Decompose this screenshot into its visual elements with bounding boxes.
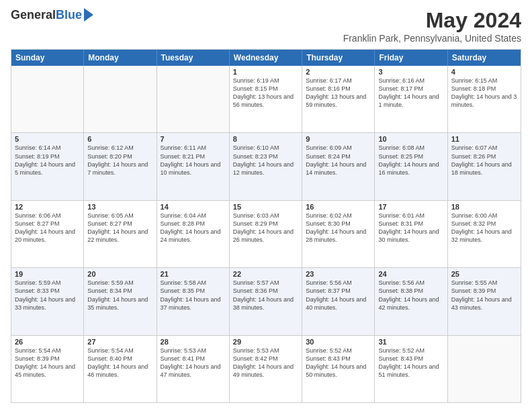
- calendar-cell-2: 2Sunrise: 6:17 AM Sunset: 8:16 PM Daylig…: [302, 66, 375, 132]
- logo-blue-text: Blue: [56, 8, 82, 22]
- calendar-cell-4: 4Sunrise: 6:15 AM Sunset: 8:18 PM Daylig…: [448, 66, 521, 132]
- calendar-cell-16: 16Sunrise: 6:02 AM Sunset: 8:30 PM Dayli…: [302, 201, 375, 267]
- cell-date: 20: [87, 270, 152, 278]
- calendar-cell-11: 11Sunrise: 6:07 AM Sunset: 8:26 PM Dayli…: [448, 133, 521, 199]
- calendar-cell-23: 23Sunrise: 5:56 AM Sunset: 8:37 PM Dayli…: [302, 268, 375, 334]
- day-headers: SundayMondayTuesdayWednesdayThursdayFrid…: [11, 50, 521, 66]
- cell-info: Sunrise: 6:10 AM Sunset: 8:23 PM Dayligh…: [233, 144, 298, 177]
- day-header-monday: Monday: [84, 50, 157, 66]
- month-title: May 2024: [343, 8, 521, 33]
- calendar-cell-empty-6: [448, 336, 521, 402]
- cell-date: 10: [378, 135, 443, 143]
- cell-info: Sunrise: 6:16 AM Sunset: 8:17 PM Dayligh…: [378, 77, 443, 109]
- cell-info: Sunrise: 5:53 AM Sunset: 8:42 PM Dayligh…: [233, 347, 298, 379]
- calendar-cell-14: 14Sunrise: 6:04 AM Sunset: 8:28 PM Dayli…: [157, 201, 230, 267]
- cell-info: Sunrise: 5:54 AM Sunset: 8:40 PM Dayligh…: [87, 347, 152, 379]
- calendar-cell-empty-2: [157, 66, 230, 132]
- calendar-cell-18: 18Sunrise: 6:00 AM Sunset: 8:32 PM Dayli…: [448, 201, 521, 267]
- calendar-row-3: 19Sunrise: 5:59 AM Sunset: 8:33 PM Dayli…: [11, 268, 521, 335]
- calendar-cell-empty-1: [84, 66, 157, 132]
- cell-info: Sunrise: 5:57 AM Sunset: 8:36 PM Dayligh…: [233, 279, 298, 312]
- calendar-cell-8: 8Sunrise: 6:10 AM Sunset: 8:23 PM Daylig…: [230, 133, 302, 199]
- calendar-cell-15: 15Sunrise: 6:03 AM Sunset: 8:29 PM Dayli…: [230, 201, 302, 267]
- calendar-cell-26: 26Sunrise: 5:54 AM Sunset: 8:39 PM Dayli…: [11, 336, 84, 402]
- cell-info: Sunrise: 6:03 AM Sunset: 8:29 PM Dayligh…: [233, 212, 298, 244]
- location: Franklin Park, Pennsylvania, United Stat…: [343, 33, 521, 44]
- calendar-cell-31: 31Sunrise: 5:52 AM Sunset: 8:43 PM Dayli…: [375, 336, 447, 402]
- cell-info: Sunrise: 5:53 AM Sunset: 8:41 PM Dayligh…: [161, 347, 226, 379]
- calendar-cell-10: 10Sunrise: 6:08 AM Sunset: 8:25 PM Dayli…: [375, 133, 447, 199]
- calendar: SundayMondayTuesdayWednesdayThursdayFrid…: [11, 49, 521, 403]
- day-header-sunday: Sunday: [11, 50, 84, 66]
- cell-date: 21: [161, 270, 226, 278]
- cell-info: Sunrise: 6:11 AM Sunset: 8:21 PM Dayligh…: [161, 144, 226, 177]
- cell-info: Sunrise: 6:00 AM Sunset: 8:32 PM Dayligh…: [451, 212, 517, 244]
- calendar-cell-6: 6Sunrise: 6:12 AM Sunset: 8:20 PM Daylig…: [84, 133, 157, 199]
- logo: General Blue: [11, 8, 93, 22]
- calendar-cell-29: 29Sunrise: 5:53 AM Sunset: 8:42 PM Dayli…: [230, 336, 302, 402]
- cell-info: Sunrise: 5:59 AM Sunset: 8:34 PM Dayligh…: [87, 279, 152, 312]
- header: General Blue May 2024 Franklin Park, Pen…: [11, 8, 521, 44]
- calendar-cell-12: 12Sunrise: 6:06 AM Sunset: 8:27 PM Dayli…: [11, 201, 84, 267]
- cell-info: Sunrise: 5:59 AM Sunset: 8:33 PM Dayligh…: [15, 279, 80, 312]
- cell-info: Sunrise: 5:52 AM Sunset: 8:43 PM Dayligh…: [306, 347, 371, 379]
- calendar-cell-30: 30Sunrise: 5:52 AM Sunset: 8:43 PM Dayli…: [302, 336, 375, 402]
- calendar-row-0: 1Sunrise: 6:19 AM Sunset: 8:15 PM Daylig…: [11, 66, 521, 133]
- calendar-cell-1: 1Sunrise: 6:19 AM Sunset: 8:15 PM Daylig…: [230, 66, 302, 132]
- cell-info: Sunrise: 6:17 AM Sunset: 8:16 PM Dayligh…: [306, 77, 371, 109]
- cell-info: Sunrise: 6:14 AM Sunset: 8:19 PM Dayligh…: [15, 144, 80, 177]
- calendar-cell-9: 9Sunrise: 6:09 AM Sunset: 8:24 PM Daylig…: [302, 133, 375, 199]
- calendar-cell-17: 17Sunrise: 6:01 AM Sunset: 8:31 PM Dayli…: [375, 201, 447, 267]
- cell-date: 29: [233, 338, 298, 346]
- calendar-cell-13: 13Sunrise: 6:05 AM Sunset: 8:27 PM Dayli…: [84, 201, 157, 267]
- cell-date: 17: [378, 203, 443, 211]
- cell-info: Sunrise: 6:04 AM Sunset: 8:28 PM Dayligh…: [161, 212, 226, 244]
- cell-date: 23: [306, 270, 371, 278]
- cell-date: 31: [378, 338, 443, 346]
- cell-info: Sunrise: 6:05 AM Sunset: 8:27 PM Dayligh…: [87, 212, 152, 244]
- cell-date: 9: [306, 135, 371, 143]
- cell-date: 19: [15, 270, 80, 278]
- cell-info: Sunrise: 6:01 AM Sunset: 8:31 PM Dayligh…: [378, 212, 443, 244]
- calendar-cell-5: 5Sunrise: 6:14 AM Sunset: 8:19 PM Daylig…: [11, 133, 84, 199]
- cell-info: Sunrise: 5:55 AM Sunset: 8:39 PM Dayligh…: [451, 279, 517, 312]
- cell-date: 30: [306, 338, 371, 346]
- day-header-wednesday: Wednesday: [230, 50, 302, 66]
- cell-date: 11: [451, 135, 517, 143]
- cell-date: 24: [378, 270, 443, 278]
- cell-date: 7: [161, 135, 226, 143]
- cell-info: Sunrise: 6:06 AM Sunset: 8:27 PM Dayligh…: [15, 212, 80, 244]
- cell-date: 5: [15, 135, 80, 143]
- cell-info: Sunrise: 6:15 AM Sunset: 8:18 PM Dayligh…: [451, 77, 517, 109]
- cell-date: 6: [87, 135, 152, 143]
- cell-date: 2: [306, 68, 371, 76]
- cell-info: Sunrise: 6:08 AM Sunset: 8:25 PM Dayligh…: [378, 144, 443, 177]
- calendar-cell-22: 22Sunrise: 5:57 AM Sunset: 8:36 PM Dayli…: [230, 268, 302, 334]
- calendar-cell-3: 3Sunrise: 6:16 AM Sunset: 8:17 PM Daylig…: [375, 66, 447, 132]
- cell-date: 27: [87, 338, 152, 346]
- page: General Blue May 2024 Franklin Park, Pen…: [0, 0, 532, 411]
- cell-info: Sunrise: 5:58 AM Sunset: 8:35 PM Dayligh…: [161, 279, 226, 312]
- cell-info: Sunrise: 5:56 AM Sunset: 8:38 PM Dayligh…: [378, 279, 443, 312]
- cell-date: 16: [306, 203, 371, 211]
- day-header-saturday: Saturday: [448, 50, 521, 66]
- cell-date: 13: [87, 203, 152, 211]
- cell-info: Sunrise: 6:12 AM Sunset: 8:20 PM Dayligh…: [87, 144, 152, 177]
- calendar-cell-24: 24Sunrise: 5:56 AM Sunset: 8:38 PM Dayli…: [375, 268, 447, 334]
- cell-info: Sunrise: 5:54 AM Sunset: 8:39 PM Dayligh…: [15, 347, 80, 379]
- day-header-thursday: Thursday: [302, 50, 375, 66]
- cell-date: 1: [233, 68, 298, 76]
- calendar-row-2: 12Sunrise: 6:06 AM Sunset: 8:27 PM Dayli…: [11, 201, 521, 268]
- logo-general-text: General: [11, 8, 56, 22]
- calendar-cell-21: 21Sunrise: 5:58 AM Sunset: 8:35 PM Dayli…: [157, 268, 230, 334]
- cell-date: 26: [15, 338, 80, 346]
- calendar-row-1: 5Sunrise: 6:14 AM Sunset: 8:19 PM Daylig…: [11, 133, 521, 200]
- cell-date: 25: [451, 270, 517, 278]
- calendar-cell-25: 25Sunrise: 5:55 AM Sunset: 8:39 PM Dayli…: [448, 268, 521, 334]
- cell-date: 3: [378, 68, 443, 76]
- cell-date: 18: [451, 203, 517, 211]
- calendar-row-4: 26Sunrise: 5:54 AM Sunset: 8:39 PM Dayli…: [11, 336, 521, 402]
- cell-date: 12: [15, 203, 80, 211]
- calendar-cell-empty-0: [11, 66, 84, 132]
- calendar-cell-19: 19Sunrise: 5:59 AM Sunset: 8:33 PM Dayli…: [11, 268, 84, 334]
